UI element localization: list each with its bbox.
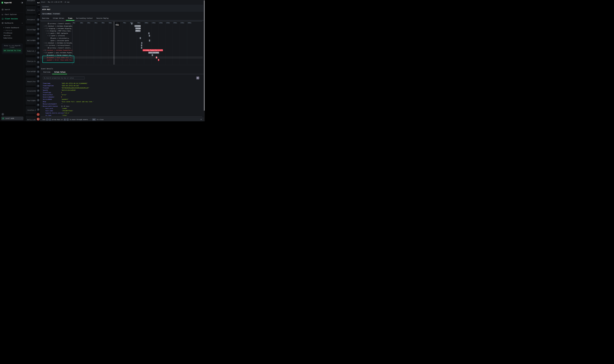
span-duration-bar[interactable] bbox=[131, 23, 132, 25]
trace-span-row[interactable]: quote | Calculated q… bbox=[51, 37, 73, 39]
session-list-item[interactable]: Dolly.Lubo bbox=[26, 116, 36, 121]
trace-span-row[interactable]: ∨(1)checkout | oteldemo.CurrencySe… bbox=[44, 42, 73, 44]
span-duration-bar[interactable] bbox=[141, 42, 142, 44]
presets-toggle[interactable]: ∨ PRESETS bbox=[0, 29, 24, 32]
property-row[interactable]: SeverityText"error" bbox=[43, 94, 67, 96]
location-pin-icon[interactable] bbox=[37, 80, 40, 83]
span-duration-bar[interactable] bbox=[141, 47, 142, 49]
detail-button-fragment[interactable]: H bbox=[38, 13, 40, 16]
location-pin-icon[interactable] bbox=[37, 42, 40, 45]
span-duration-bar[interactable] bbox=[148, 32, 150, 34]
span-duration-bar[interactable]: POST ht bbox=[135, 30, 141, 32]
span-duration-bar[interactable]: oteldemo. bbox=[134, 25, 141, 27]
tab-overview[interactable]: Overview bbox=[42, 17, 49, 19]
chevron-down-icon[interactable]: ∨ bbox=[43, 50, 44, 51]
horizontal-scrollbar[interactable] bbox=[40, 117, 202, 117]
property-row[interactable]: Body"Visa cache full: cannot add new ite… bbox=[43, 101, 94, 103]
property-row[interactable]: ServiceName"payment" bbox=[43, 98, 69, 101]
session-list-item[interactable]: Roderick_S bbox=[26, 47, 36, 55]
chevron-down-icon[interactable]: ∨ bbox=[45, 45, 45, 46]
terminal-icon[interactable]: >_ bbox=[37, 118, 40, 120]
location-pin-icon[interactable] bbox=[37, 23, 40, 26]
chevron-down-icon[interactable]: ∨ bbox=[46, 30, 46, 31]
session-list-item[interactable]: Shaniya.Sc bbox=[26, 57, 36, 65]
trace-span-row[interactable]: ∨(1)shipping | POST http://quo… bbox=[46, 30, 73, 32]
chevron-down-icon[interactable]: ∨ bbox=[44, 52, 44, 53]
property-row[interactable]: host.name"3fbc80775a5e" bbox=[45, 110, 73, 112]
span-duration-bar[interactable]: grpc.oteldemo. bbox=[148, 52, 159, 53]
property-row[interactable]: host.arch"arm64" bbox=[45, 107, 67, 110]
session-list-item[interactable]: Ernesto33@ bbox=[26, 87, 36, 95]
session-list-item[interactable]: Kieran92@h bbox=[26, 67, 36, 76]
session-list-item[interactable]: Pearl43@ho bbox=[26, 97, 36, 105]
session-list-item[interactable]: Jonathan.B bbox=[26, 106, 36, 114]
property-row[interactable]: ResourceSchemaUrl"" bbox=[43, 103, 63, 105]
property-row[interactable]: SeverityNumber0 bbox=[43, 96, 62, 98]
span-duration-bar[interactable]: oteldem bbox=[135, 27, 141, 29]
sidebar-item-chart-explorer[interactable]: Chart Explorer bbox=[0, 13, 24, 16]
chevron-down-icon[interactable]: ∨ bbox=[45, 28, 45, 29]
chevron-down-icon[interactable]: ∨ bbox=[47, 35, 48, 36]
location-pin-icon[interactable] bbox=[37, 89, 40, 92]
location-pin-icon[interactable] bbox=[37, 27, 40, 30]
location-pin-icon[interactable] bbox=[37, 104, 40, 106]
service-name-chip[interactable]: ServiceName: frontend bbox=[41, 13, 61, 15]
get-started-button[interactable]: Get Started for Free bbox=[3, 49, 22, 52]
span-duration-bar[interactable] bbox=[149, 39, 150, 41]
location-pin-icon[interactable] bbox=[37, 52, 40, 54]
property-search-input[interactable]: Search properties by key or value bbox=[43, 77, 85, 80]
trace-span-row[interactable]: ∨(2)quote | {closure} bbox=[47, 35, 73, 37]
property-row[interactable]: TraceId"957362828baa84dc02d95a4e6e99ca4f… bbox=[43, 87, 90, 89]
session-list-item[interactable]: Deion37@gm bbox=[26, 26, 36, 34]
tab-surrounding-context[interactable]: Surrounding Context bbox=[76, 17, 93, 19]
trace-span-row[interactable]: currency | Convert convers… bbox=[48, 22, 73, 25]
location-pin-icon[interactable] bbox=[37, 56, 40, 59]
span-duration-bar[interactable] bbox=[140, 37, 141, 39]
collapse-sidebar-icon[interactable] bbox=[21, 2, 23, 3]
property-row[interactable]: Timestamp"2025-05-15T12:40:14.511000000Z… bbox=[43, 82, 88, 85]
chevron-down-icon[interactable]: ∨ bbox=[44, 26, 44, 27]
tab-session-replay[interactable]: Session Replay bbox=[96, 17, 109, 19]
location-pin-icon[interactable] bbox=[37, 85, 40, 87]
preset-link-clickhouse[interactable]: Clickhouse bbox=[0, 32, 24, 34]
session-list-item[interactable]: Anonymous bbox=[26, 16, 36, 24]
location-pin-icon[interactable] bbox=[37, 32, 40, 35]
location-pin-icon[interactable] bbox=[37, 47, 40, 50]
trace-span-row[interactable]: ∨(1)checkout | oteldemo.ShippingSe… bbox=[44, 25, 73, 27]
span-duration-bar[interactable]: oteldemo.PaymentService/Char bbox=[143, 49, 163, 51]
page-scrollbar-thumb[interactable] bbox=[204, 0, 205, 111]
trace-span-row[interactable]: ∨(1)quote | POST /getquote bbox=[46, 32, 73, 35]
span-duration-bar[interactable] bbox=[152, 54, 153, 56]
chevron-down-icon[interactable]: ∨ bbox=[46, 33, 47, 34]
preset-link-services[interactable]: Services bbox=[0, 34, 24, 37]
settings-gear-button[interactable] bbox=[196, 77, 199, 79]
session-list-item[interactable]: Anonymous bbox=[26, 6, 36, 14]
trace-span-row[interactable]: currency | Convert convers… bbox=[48, 47, 73, 49]
ed-tab-overview[interactable]: Overview bbox=[43, 71, 50, 73]
preset-link-kubernetes[interactable]: Kubernetes bbox=[0, 37, 24, 39]
property-row[interactable]: ▾ResourceAttributes{}20 keys bbox=[43, 105, 69, 107]
location-pin-icon[interactable] bbox=[37, 37, 40, 40]
property-row[interactable]: SpanId"021fcfc15c1e9528" bbox=[43, 89, 76, 91]
location-pin-icon[interactable] bbox=[37, 66, 40, 68]
help-button[interactable]: ? bbox=[1, 113, 4, 116]
trace-span-row[interactable]: ∨(1)shipping | oteldemo.Shipping… bbox=[45, 27, 73, 30]
sidebar-item-dashboards[interactable]: Dashboards ∧ bbox=[0, 21, 24, 25]
trace-span-row[interactable]: ∨(1)currency | Currency/Convert bbox=[45, 44, 73, 47]
location-pin-icon[interactable] bbox=[37, 75, 40, 78]
close-icon[interactable]: × bbox=[201, 118, 202, 120]
chevron-down-icon[interactable]: ∨ bbox=[44, 42, 44, 44]
span-duration-bar[interactable] bbox=[141, 44, 142, 46]
location-pin-icon[interactable] bbox=[37, 70, 40, 73]
session-list-item[interactable]: Walton9@ho bbox=[26, 36, 36, 44]
ed-tab-column-values[interactable]: Column Values bbox=[54, 71, 65, 73]
property-row[interactable]: TraceFlags1 bbox=[43, 91, 62, 94]
collapse-caret-icon[interactable]: ▾ bbox=[42, 106, 42, 107]
span-duration-bar[interactable]: E bbox=[158, 59, 159, 61]
location-pin-icon[interactable] bbox=[37, 99, 40, 102]
create-dashboard-button[interactable]: + Create Dashboard bbox=[0, 26, 24, 29]
tab-column-values[interactable]: Column Values bbox=[53, 17, 64, 19]
property-row[interactable]: hyperdx.distro.version"0.8.1" bbox=[45, 112, 70, 114]
location-pin-icon[interactable] bbox=[37, 108, 40, 111]
horizontal-scrollbar[interactable] bbox=[40, 21, 202, 21]
